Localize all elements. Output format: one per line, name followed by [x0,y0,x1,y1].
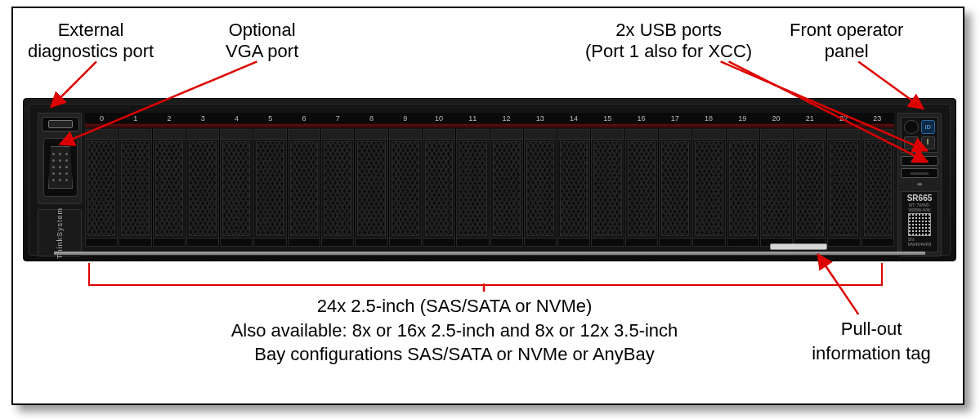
right-io-module: ID ⬌ SR665 MT: 7WW0-WR8W-WW SN:MW404WR8 [897,113,942,256]
label-optional-vga: OptionalVGA port [226,20,298,63]
drive-bay[interactable] [186,129,219,247]
bay-number: 8 [355,113,388,123]
bays-bracket [88,263,883,286]
drive-bay[interactable] [794,129,826,247]
label-pullout-tag: Pull-outinformation tag [798,317,945,365]
usb-port-2[interactable] [901,168,938,178]
drive-bay[interactable] [760,129,793,247]
bay-number: 13 [523,113,557,123]
drive-bay[interactable] [659,129,691,247]
usb-icon: ⬌ [901,181,938,188]
caption-bays: 24x 2.5-inch (SAS/SATA or NVMe) Also ava… [144,294,765,367]
label-external-diagnostics: Externaldiagnostics port [28,20,154,63]
bay-number: 16 [624,113,658,123]
bay-number: 10 [423,113,456,123]
front-operator-panel[interactable]: ID [901,117,938,153]
service-tag: SR665 MT: 7WW0-WR8W-WW SN:MW404WR8 [901,191,938,252]
left-io-module [38,113,82,204]
drive-bay[interactable] [321,129,354,247]
id-button[interactable]: ID [921,120,936,134]
qr-code-icon [908,213,931,236]
bay-number: 5 [253,113,287,123]
bay-number: 4 [220,113,253,123]
bay-number: 0 [85,113,119,123]
bay-number: 2 [153,113,186,123]
bay-number: 22 [827,113,861,123]
drive-bay[interactable] [625,129,658,247]
bay-number-strip: 01234567891011121314151617181920212223 [85,113,894,124]
label-front-operator-panel: Front operatorpanel [790,20,903,63]
chassis-bottom-rail [54,252,925,255]
accent-line [85,124,894,128]
drive-bay[interactable] [220,129,253,247]
drive-bay[interactable] [456,129,489,247]
pullout-info-tag[interactable] [770,243,827,250]
bay-number: 18 [692,113,726,123]
power-button[interactable] [904,120,919,134]
drive-bay[interactable] [692,129,725,247]
drive-bay-array [85,129,894,247]
usb-port-1[interactable] [901,156,938,166]
bay-number: 17 [658,113,691,123]
drive-bay[interactable] [861,129,894,247]
drive-bay[interactable] [827,129,860,247]
bay-number: 9 [388,113,422,123]
label-usb-ports: 2x USB ports(Port 1 also for XCC) [585,20,752,63]
drive-bay[interactable] [288,129,320,247]
bay-number: 3 [186,113,220,123]
bay-number: 6 [288,113,321,123]
bay-number: 23 [861,113,894,123]
bay-number: 7 [321,113,355,123]
drive-bay[interactable] [490,129,523,247]
bay-number: 15 [591,113,624,123]
external-diagnostics-port[interactable] [42,117,79,131]
bay-number: 1 [119,113,152,123]
drive-bay[interactable] [557,129,590,247]
bay-number: 12 [490,113,523,123]
drive-bay[interactable] [423,129,455,247]
drive-bay[interactable] [727,129,759,247]
drive-bay[interactable] [591,129,624,247]
drive-bay[interactable] [253,129,286,247]
vga-port[interactable] [43,138,78,197]
status-led [904,136,919,150]
drive-bay[interactable] [524,129,557,247]
server-chassis: ThinkSystem 0123456789101112131415161718… [23,98,956,261]
drive-bay[interactable] [389,129,422,247]
bay-number: 19 [726,113,759,123]
fault-led [921,136,936,150]
drive-bay[interactable] [153,129,186,247]
drive-bay[interactable] [355,129,387,247]
drive-bay[interactable] [119,129,151,247]
bay-number: 14 [557,113,591,123]
bay-number: 21 [793,113,826,123]
drive-bay[interactable] [85,129,118,247]
bay-number: 11 [456,113,490,123]
bay-number: 20 [759,113,793,123]
brand-badge: ThinkSystem [38,209,82,256]
